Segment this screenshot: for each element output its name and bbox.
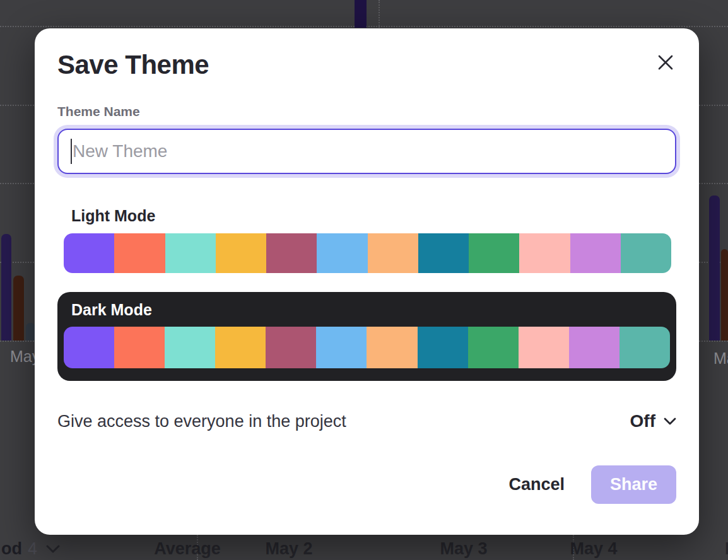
access-label: Give access to everyone in the project <box>57 412 346 431</box>
color-swatch <box>266 233 317 273</box>
color-swatch <box>215 327 266 368</box>
color-swatch <box>469 233 519 273</box>
share-button[interactable]: Share <box>591 465 676 504</box>
x-axis-label: May 2 <box>265 539 312 559</box>
x-axis-label: Ma <box>713 349 728 368</box>
close-icon <box>657 54 674 71</box>
dark-mode-palette[interactable] <box>64 327 670 368</box>
chart-bar <box>13 276 24 341</box>
access-dropdown[interactable]: Off <box>630 411 676 431</box>
x-axis-label: May 3 <box>440 539 487 559</box>
color-swatch <box>64 327 114 368</box>
color-swatch <box>468 327 519 368</box>
color-swatch <box>570 233 621 273</box>
access-value: Off <box>630 411 655 431</box>
color-swatch <box>64 233 114 273</box>
close-button[interactable] <box>656 54 675 73</box>
theme-name-field <box>57 129 676 174</box>
dialog-title: Save Theme <box>57 50 676 80</box>
x-axis-label: May 5 <box>725 539 728 559</box>
color-swatch <box>114 327 165 368</box>
light-mode-palette[interactable] <box>64 233 671 273</box>
dark-mode-panel: Dark Mode <box>57 292 676 381</box>
color-swatch <box>367 327 417 368</box>
dialog-actions: Cancel Share <box>57 465 676 504</box>
chart-bar <box>26 323 35 341</box>
color-swatch <box>368 233 418 273</box>
period-dropdown[interactable]: od 4 <box>1 539 60 559</box>
color-swatch <box>317 233 367 273</box>
chart-bar <box>355 0 367 28</box>
period-label: od <box>1 539 22 559</box>
color-swatch <box>621 233 671 273</box>
chevron-down-icon <box>46 545 60 553</box>
theme-name-input[interactable] <box>57 129 676 174</box>
color-swatch <box>619 327 670 368</box>
color-swatch <box>418 233 469 273</box>
color-swatch <box>266 327 316 368</box>
color-swatch <box>569 327 619 368</box>
light-mode-label: Light Mode <box>71 207 676 225</box>
color-swatch <box>216 233 266 273</box>
access-row: Give access to everyone in the project O… <box>57 411 676 431</box>
x-axis-label: May 4 <box>570 539 617 559</box>
chart-bar <box>709 195 720 341</box>
dark-mode-label: Dark Mode <box>71 301 670 319</box>
chart-bar <box>721 249 728 341</box>
color-swatch <box>316 327 367 368</box>
color-swatch <box>519 327 569 368</box>
gridline <box>379 0 380 28</box>
color-swatch <box>519 233 570 273</box>
period-number: 4 <box>28 539 37 559</box>
color-swatch <box>418 327 468 368</box>
chevron-down-icon <box>664 417 676 425</box>
save-theme-dialog: Save Theme Theme Name Light Mode Dark Mo… <box>35 28 699 535</box>
text-caret <box>71 139 72 164</box>
cancel-button[interactable]: Cancel <box>508 475 565 494</box>
theme-name-label: Theme Name <box>57 104 676 119</box>
x-axis-label: Average <box>154 539 221 559</box>
color-swatch <box>165 233 216 273</box>
color-swatch <box>165 327 215 368</box>
bottom-axis: od 4 Average May 2 May 3 May 4 May 5 <box>0 539 728 560</box>
color-swatch <box>114 233 165 273</box>
chart-bar <box>1 234 11 341</box>
